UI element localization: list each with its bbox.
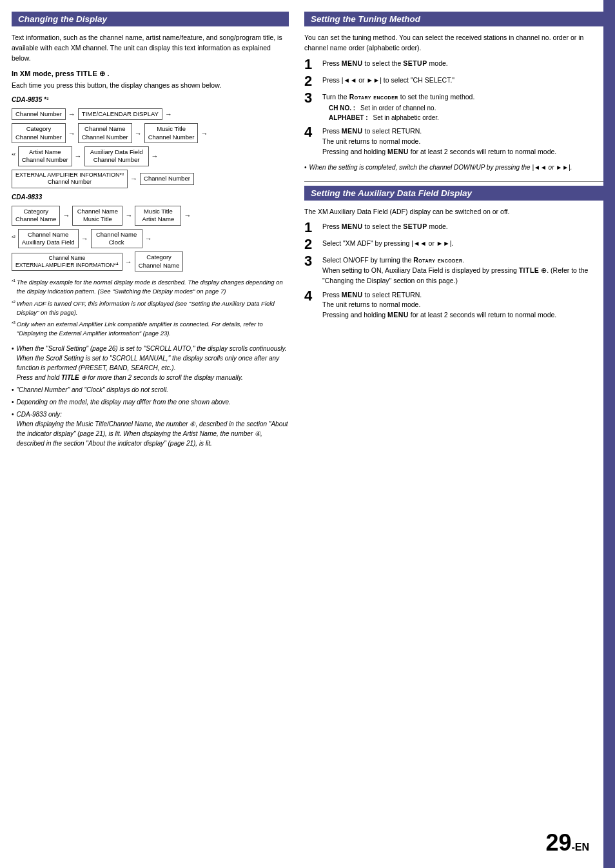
- adf-step-content-4: Press MENU to select RETURN. The unit re…: [322, 290, 603, 321]
- arrow-6: →: [73, 152, 83, 160]
- flow-box-9833-ext-amp: Channel NameEXTERNAL AMPLIFIER INFORMATI…: [12, 253, 122, 271]
- arrow-2: →: [164, 110, 173, 118]
- flow-box-chname-chnum: Channel NameChannel Number: [78, 123, 132, 143]
- adf-steps: 1 Press MENU to select the SETUP mode. 2…: [304, 222, 603, 321]
- step-3: 3 Turn the Rotary encoder to set the tun…: [304, 92, 603, 123]
- arrow-9: →: [61, 212, 71, 219]
- flow-diagram-9833: CategoryChannel Name → Channel NameMusic…: [12, 206, 289, 271]
- step-sub-3: CH NO. : Set in order of channel no. ALP…: [322, 103, 603, 123]
- step-content-3: Turn the Rotary encoder to set the tunin…: [322, 92, 603, 123]
- step-num-2: 2: [304, 74, 322, 88]
- section-intro-tuning: You can set the tuning method. You can s…: [304, 33, 603, 54]
- bullet-note-3: • Depending on the model, the display ma…: [12, 397, 289, 407]
- arrow-14: →: [124, 258, 133, 266]
- step-num-4: 4: [304, 125, 322, 139]
- notes-section: *¹ The display example for the normal di…: [12, 278, 289, 339]
- note-star-1: *¹ The display example for the normal di…: [12, 278, 289, 297]
- flow-box-time-calendar: TIME/CALENDAR DISPLAY: [78, 108, 162, 120]
- flow-box-ext-amp-9835: EXTERNAL AMPLIFIER INFORMATION*³Channel …: [12, 170, 128, 188]
- adf-step-2: 2 Select "XM ADF" by pressing |◄◄ or ►►|…: [304, 239, 603, 252]
- flow-box-music-chnum: Music TitleChannel Number: [144, 123, 199, 143]
- adf-step-4: 4 Press MENU to select RETURN. The unit …: [304, 290, 603, 321]
- page-number: 29-EN: [545, 829, 589, 856]
- arrow-10: →: [124, 212, 133, 219]
- adf-step-num-2: 2: [304, 237, 322, 252]
- bullet-notes-section: • When the "Scroll Setting" (page 26) is…: [12, 344, 289, 448]
- arrow-8: →: [129, 175, 139, 182]
- section-intro-changing: Text information, such as the channel na…: [12, 33, 289, 63]
- flow-box-9833-chname-music: Channel NameMusic Title: [72, 206, 122, 226]
- adf-step-content-1: Press MENU to select the SETUP mode.: [322, 222, 603, 232]
- arrow-1: →: [67, 110, 77, 118]
- adf-step-num-3: 3: [304, 254, 322, 268]
- bullet-note-2: • "Channel Number" and "Clock" displays …: [12, 385, 289, 395]
- arrow-13: →: [144, 235, 153, 242]
- arrow-12: →: [80, 235, 90, 242]
- tuning-bullet: • When the setting is completed, switch …: [304, 164, 603, 171]
- arrow-7: →: [150, 152, 160, 160]
- step-1: 1 Press MENU to select the SETUP mode.: [304, 59, 603, 72]
- flow-box-aux-chnum: Auxiliary Data FieldChannel Number: [84, 146, 149, 166]
- section-title-adf: Setting the Auxiliary Data Field Display: [304, 186, 603, 201]
- note-star-2: *² When ADF is turned OFF, this informat…: [12, 299, 289, 318]
- step-4: 4 Press MENU to select RETURN. The unit …: [304, 126, 603, 157]
- section-divider: [304, 181, 603, 182]
- tuning-steps: 1 Press MENU to select the SETUP mode. 2…: [304, 59, 603, 157]
- step-content-4: Press MENU to select RETURN. The unit re…: [322, 126, 603, 157]
- flow-box-channel-number-1: Channel Number: [12, 108, 66, 120]
- adf-step-num-1: 1: [304, 221, 322, 235]
- step-num-1: 1: [304, 57, 322, 72]
- arrow-11: →: [182, 212, 192, 219]
- right-column: Setting the Tuning Method You can set th…: [304, 12, 603, 856]
- cda9835-label: CDA-9835 *¹: [12, 96, 289, 103]
- subheading-detail: Each time you press this button, the dis…: [12, 81, 289, 91]
- subheading-xm-mode: In XM mode, press TITLE ⊕ .: [12, 70, 289, 78]
- adf-step-1: 1 Press MENU to select the SETUP mode.: [304, 222, 603, 235]
- step-content-2: Press |◄◄ or ►►| to select "CH SELECT.": [322, 75, 603, 86]
- flow-box-cat-ch: CategoryChannel Number: [12, 123, 66, 143]
- section-intro-adf: The XM Auxiliary Data Field (ADF) displa…: [304, 207, 603, 217]
- flow-box-9833-cat-end: CategoryChannel Name: [135, 252, 183, 271]
- flow-box-9833-cat-chname: CategoryChannel Name: [12, 206, 60, 226]
- bullet-note-4: • CDA-9833 only: When displaying the Mus…: [12, 409, 289, 448]
- flow-box-9833-chname-aux: Channel NameAuxiliary Data Field: [18, 229, 79, 249]
- arrow-5: →: [199, 130, 209, 137]
- adf-step-num-4: 4: [304, 289, 322, 303]
- flow-box-9833-chname-clock: Channel NameClock: [91, 229, 142, 249]
- adf-step-3: 3 Select ON/OFF by turning the Rotary en…: [304, 255, 603, 286]
- adf-step-content-3: Select ON/OFF by turning the Rotary enco…: [322, 255, 603, 286]
- bullet-note-1: • When the "Scroll Setting" (page 26) is…: [12, 344, 289, 382]
- note-star-3: *³ Only when an external Amplifier Link …: [12, 320, 289, 339]
- step-num-3: 3: [304, 91, 322, 105]
- flow-diagram-9835: Channel Number → TIME/CALENDAR DISPLAY →…: [12, 108, 289, 188]
- step-2: 2 Press |◄◄ or ►►| to select "CH SELECT.…: [304, 75, 603, 88]
- step-content-1: Press MENU to select the SETUP mode.: [322, 59, 603, 69]
- arrow-3: →: [67, 130, 77, 137]
- section-title-changing-display: Changing the Display: [12, 12, 289, 26]
- arrow-4: →: [133, 130, 143, 137]
- section-title-tuning: Setting the Tuning Method: [304, 12, 603, 26]
- left-column: Changing the Display Text information, s…: [12, 12, 289, 856]
- flow-box-9833-music-artist: Music TitleArtist Name: [135, 206, 181, 226]
- flow-box-artist-chnum: Artist NameChannel Number: [18, 146, 72, 166]
- cda9833-label: CDA-9833: [12, 193, 289, 201]
- adf-step-content-2: Select "XM ADF" by pressing |◄◄ or ►►|.: [322, 239, 603, 249]
- right-accent-bar: [603, 0, 615, 868]
- flow-box-ch-num-end: Channel Number: [140, 173, 194, 184]
